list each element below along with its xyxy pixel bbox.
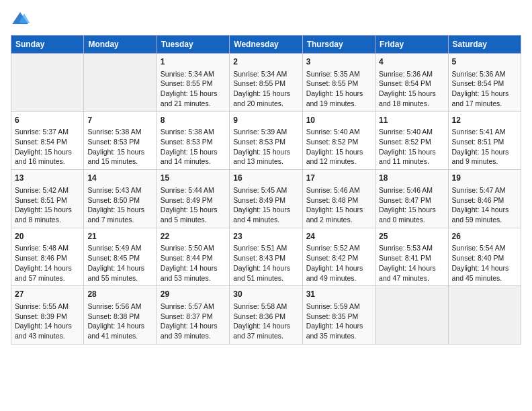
day-info: Sunset: 8:43 PM (233, 253, 298, 263)
logo (11, 11, 32, 27)
day-info: Sunrise: 5:48 AM (15, 243, 80, 253)
day-info: Daylight: 15 hours and 14 minutes. (161, 147, 226, 167)
day-info: Sunrise: 5:53 AM (379, 243, 444, 253)
day-info: Sunset: 8:49 PM (233, 195, 298, 205)
day-info: Sunset: 8:53 PM (161, 137, 226, 147)
day-info: Sunrise: 5:49 AM (87, 243, 152, 253)
day-number: 30 (233, 289, 298, 300)
calendar-table: SundayMondayTuesdayWednesdayThursdayFrid… (11, 35, 521, 345)
day-info: Daylight: 15 hours and 11 minutes. (379, 147, 444, 167)
day-info: Daylight: 15 hours and 20 minutes. (233, 89, 298, 108)
calendar-cell: 6Sunrise: 5:37 AMSunset: 8:54 PMDaylight… (11, 111, 84, 170)
day-header-tuesday: Tuesday (157, 36, 229, 54)
day-number: 21 (87, 231, 152, 242)
day-info: Daylight: 14 hours and 37 minutes. (233, 321, 298, 340)
calendar-cell: 22Sunrise: 5:50 AMSunset: 8:44 PMDayligh… (157, 228, 229, 286)
day-info: Sunrise: 5:38 AM (87, 127, 152, 137)
calendar-cell: 24Sunrise: 5:52 AMSunset: 8:42 PMDayligh… (302, 228, 375, 286)
day-info: Daylight: 14 hours and 41 minutes. (87, 321, 152, 340)
day-number: 1 (161, 56, 226, 68)
day-info: Daylight: 15 hours and 18 minutes. (379, 89, 444, 108)
day-info: Sunrise: 5:40 AM (306, 127, 371, 137)
day-info: Daylight: 14 hours and 49 minutes. (306, 263, 371, 283)
calendar-cell: 20Sunrise: 5:48 AMSunset: 8:46 PMDayligh… (11, 228, 84, 286)
day-number: 17 (306, 173, 371, 184)
day-number: 26 (452, 231, 517, 242)
day-info: Sunrise: 5:58 AM (233, 302, 298, 312)
day-info: Daylight: 15 hours and 17 minutes. (452, 89, 517, 108)
day-number: 4 (379, 56, 444, 68)
calendar-cell: 25Sunrise: 5:53 AMSunset: 8:41 PMDayligh… (375, 228, 448, 286)
day-number: 7 (87, 115, 152, 126)
calendar-cell: 31Sunrise: 5:59 AMSunset: 8:35 PMDayligh… (302, 286, 375, 345)
day-header-monday: Monday (84, 36, 157, 54)
day-info: Daylight: 15 hours and 7 minutes. (87, 205, 152, 224)
day-header-thursday: Thursday (302, 36, 375, 54)
day-info: Sunset: 8:51 PM (452, 137, 517, 147)
day-info: Sunset: 8:44 PM (161, 253, 226, 263)
week-row-5: 27Sunrise: 5:55 AMSunset: 8:39 PMDayligh… (11, 286, 521, 345)
day-info: Sunrise: 5:34 AM (233, 69, 298, 79)
day-number: 18 (379, 173, 444, 184)
day-info: Sunset: 8:50 PM (87, 195, 152, 205)
day-info: Sunset: 8:49 PM (161, 195, 226, 205)
calendar-cell: 16Sunrise: 5:45 AMSunset: 8:49 PMDayligh… (230, 170, 302, 228)
day-number: 31 (306, 289, 371, 300)
day-info: Daylight: 14 hours and 59 minutes. (452, 205, 517, 224)
day-info: Sunrise: 5:39 AM (233, 127, 298, 137)
day-number: 28 (87, 289, 152, 300)
day-info: Sunset: 8:39 PM (15, 312, 80, 322)
calendar-cell: 10Sunrise: 5:40 AMSunset: 8:52 PMDayligh… (302, 111, 375, 170)
day-info: Daylight: 15 hours and 21 minutes. (161, 89, 226, 108)
day-info: Sunset: 8:51 PM (15, 195, 80, 205)
week-row-1: 1Sunrise: 5:34 AMSunset: 8:55 PMDaylight… (11, 54, 521, 112)
day-info: Sunrise: 5:41 AM (452, 127, 517, 137)
day-info: Sunset: 8:45 PM (87, 253, 152, 263)
calendar-cell: 13Sunrise: 5:42 AMSunset: 8:51 PMDayligh… (11, 170, 84, 228)
day-info: Daylight: 15 hours and 2 minutes. (306, 205, 371, 224)
calendar-cell: 1Sunrise: 5:34 AMSunset: 8:55 PMDaylight… (157, 54, 229, 112)
day-header-saturday: Saturday (448, 36, 521, 54)
calendar-cell: 27Sunrise: 5:55 AMSunset: 8:39 PMDayligh… (11, 286, 84, 345)
day-info: Sunrise: 5:45 AM (233, 185, 298, 195)
day-info: Sunrise: 5:56 AM (87, 302, 152, 312)
calendar-cell: 9Sunrise: 5:39 AMSunset: 8:53 PMDaylight… (230, 111, 302, 170)
day-info: Sunset: 8:48 PM (306, 195, 371, 205)
day-info: Daylight: 14 hours and 51 minutes. (233, 263, 298, 283)
day-number: 9 (233, 115, 298, 126)
day-info: Daylight: 15 hours and 5 minutes. (161, 205, 226, 224)
calendar-cell: 23Sunrise: 5:51 AMSunset: 8:43 PMDayligh… (230, 228, 302, 286)
day-info: Sunrise: 5:34 AM (161, 69, 226, 79)
day-info: Sunrise: 5:35 AM (306, 69, 371, 79)
day-info: Daylight: 14 hours and 39 minutes. (161, 321, 226, 340)
day-number: 12 (452, 115, 517, 126)
day-number: 14 (87, 173, 152, 184)
day-info: Sunset: 8:41 PM (379, 253, 444, 263)
calendar-cell: 17Sunrise: 5:46 AMSunset: 8:48 PMDayligh… (302, 170, 375, 228)
day-number: 6 (15, 115, 80, 126)
day-info: Sunset: 8:55 PM (161, 79, 226, 89)
day-info: Daylight: 14 hours and 43 minutes. (15, 321, 80, 340)
calendar-cell: 2Sunrise: 5:34 AMSunset: 8:55 PMDaylight… (230, 54, 302, 112)
day-number: 19 (452, 173, 517, 184)
day-info: Daylight: 14 hours and 55 minutes. (87, 263, 152, 283)
day-info: Daylight: 15 hours and 13 minutes. (233, 147, 298, 167)
day-info: Sunset: 8:55 PM (306, 79, 371, 89)
day-info: Sunrise: 5:36 AM (452, 69, 517, 79)
calendar-cell: 8Sunrise: 5:38 AMSunset: 8:53 PMDaylight… (157, 111, 229, 170)
day-info: Sunset: 8:42 PM (306, 253, 371, 263)
day-number: 25 (379, 231, 444, 242)
calendar-cell (375, 286, 448, 345)
day-info: Daylight: 14 hours and 35 minutes. (306, 321, 371, 340)
calendar-cell: 18Sunrise: 5:46 AMSunset: 8:47 PMDayligh… (375, 170, 448, 228)
calendar-cell: 4Sunrise: 5:36 AMSunset: 8:54 PMDaylight… (375, 54, 448, 112)
day-info: Daylight: 15 hours and 4 minutes. (233, 205, 298, 224)
day-info: Sunset: 8:46 PM (15, 253, 80, 263)
day-info: Sunrise: 5:46 AM (379, 185, 444, 195)
day-info: Sunrise: 5:44 AM (161, 185, 226, 195)
day-number: 10 (306, 115, 371, 126)
day-info: Daylight: 14 hours and 53 minutes. (161, 263, 226, 283)
day-number: 20 (15, 231, 80, 242)
day-info: Sunset: 8:47 PM (379, 195, 444, 205)
day-info: Daylight: 15 hours and 19 minutes. (306, 89, 371, 108)
